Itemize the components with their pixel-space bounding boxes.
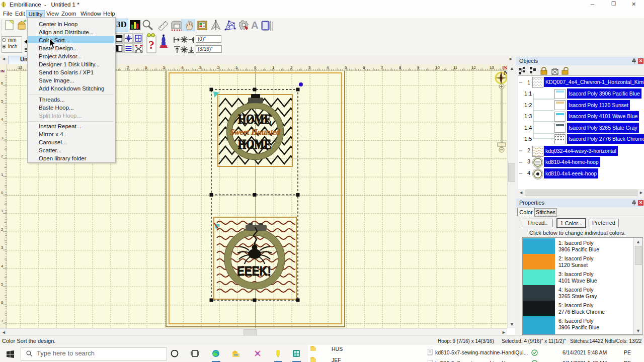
svg-text:6: 6 — [363, 65, 365, 70]
svg-text:7: 7 — [1, 319, 4, 323]
svg-text:3: 3 — [1, 245, 4, 250]
svg-text:-1: -1 — [234, 65, 238, 70]
svg-text:IN: IN — [1, 69, 5, 73]
svg-text:6: 6 — [1, 300, 4, 305]
svg-text:-2: -2 — [216, 65, 220, 70]
svg-text:-3: -3 — [198, 65, 202, 70]
svg-text:HOME: HOME — [238, 137, 271, 152]
svg-text:0: 0 — [1, 191, 4, 195]
svg-text:6: 6 — [1, 81, 4, 85]
svg-text:EEEK!: EEEK! — [237, 264, 271, 278]
svg-text:A: A — [251, 20, 258, 31]
svg-text:?: ? — [148, 38, 154, 51]
svg-text:4: 4 — [1, 117, 4, 122]
svg-text:Sweet Haunted: Sweet Haunted — [230, 127, 280, 137]
svg-text:3: 3 — [308, 65, 311, 70]
svg-text:5: 5 — [345, 65, 347, 70]
svg-text:1: 1 — [1, 172, 4, 177]
svg-text:-4: -4 — [180, 65, 184, 70]
svg-text:-13: -13 — [17, 65, 23, 70]
svg-text:5: 5 — [1, 282, 4, 287]
svg-text:0: 0 — [254, 65, 257, 70]
svg-text:2: 2 — [1, 154, 4, 158]
svg-text:3: 3 — [1, 136, 4, 140]
svg-text:1: 1 — [272, 65, 275, 70]
svg-text:9: 9 — [417, 65, 420, 70]
svg-text:8: 8 — [399, 65, 401, 70]
svg-text:5: 5 — [1, 99, 4, 104]
svg-text:4: 4 — [327, 65, 329, 70]
svg-text:2: 2 — [290, 65, 293, 70]
svg-text:-7: -7 — [125, 65, 129, 70]
svg-text:IN: IN — [502, 65, 507, 70]
svg-text:-5: -5 — [162, 65, 166, 70]
svg-text:HOME: HOME — [238, 112, 271, 127]
svg-text:10: 10 — [435, 65, 440, 70]
svg-text:7: 7 — [381, 65, 383, 70]
svg-text:1: 1 — [1, 209, 4, 213]
svg-text:11: 11 — [453, 65, 458, 70]
svg-text:-6: -6 — [143, 65, 147, 70]
svg-text:2: 2 — [1, 227, 4, 232]
svg-text:13: 13 — [490, 65, 494, 70]
svg-text:4: 4 — [1, 264, 4, 268]
svg-text:N: N — [504, 71, 507, 76]
svg-text:12: 12 — [471, 65, 476, 70]
